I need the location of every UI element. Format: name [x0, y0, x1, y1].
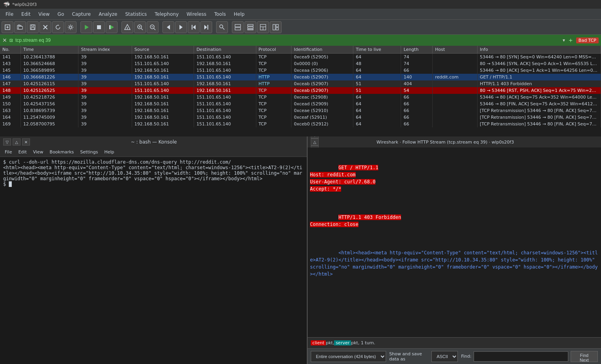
save-button[interactable]	[27, 21, 39, 33]
go-to-first-button[interactable]	[188, 21, 200, 33]
table-row[interactable]: 14310.36652466839151.101.65.140192.168.5…	[0, 60, 601, 67]
reload-button[interactable]	[52, 21, 64, 33]
ascii-select[interactable]: ASCII	[431, 351, 458, 362]
table-cell: 0xceac (52908)	[291, 94, 353, 101]
conversation-select[interactable]: Entire conversation (424 bytes)	[311, 351, 386, 362]
menu-telephony[interactable]: Telephony	[151, 10, 183, 19]
menu-tools[interactable]: Tools	[210, 10, 230, 19]
open-button[interactable]	[14, 21, 26, 33]
col-dst[interactable]: Destination	[194, 46, 256, 54]
table-cell: 151.101.65.140	[194, 101, 256, 107]
menu-analyze[interactable]: Analyze	[95, 10, 121, 19]
go-to-last-button[interactable]	[200, 21, 212, 33]
table-row[interactable]: 16411.25474500939192.168.50.161151.101.6…	[0, 114, 601, 121]
menu-go[interactable]: Go	[54, 10, 68, 19]
col-stream[interactable]: Stream index	[78, 46, 132, 54]
stream-content[interactable]: GET / HTTP/1.1 Host: reddit.com User-Age…	[308, 147, 601, 337]
stop-capture-button[interactable]	[93, 21, 105, 33]
stream-text-block: GET / HTTP/1.1 Host: reddit.com User-Age…	[310, 150, 599, 285]
filter-input[interactable]: tcp.stream eq 39	[15, 37, 560, 43]
zoom-out-button[interactable]	[147, 21, 159, 33]
menu-wireless[interactable]: Wireless	[183, 10, 210, 19]
capture-filters-button[interactable]	[121, 21, 133, 33]
table-row[interactable]: 16310.83869573939192.168.50.161151.101.6…	[0, 107, 601, 114]
table-cell: 11.254745009	[21, 114, 78, 121]
table-cell: 151.101.65.140	[194, 114, 256, 121]
table-row[interactable]: 14910.42521872639192.168.50.161151.101.6…	[0, 94, 601, 101]
capture-options-button[interactable]	[65, 21, 77, 33]
table-cell: 39	[78, 80, 132, 87]
table-row[interactable]: 14810.42512652539151.101.65.140192.168.5…	[0, 87, 601, 94]
table-cell	[433, 67, 477, 74]
table-cell: 64	[353, 121, 401, 127]
term-menu-view[interactable]: View	[30, 149, 47, 155]
svg-rect-28	[192, 25, 192, 30]
menu-help[interactable]: Help	[230, 10, 248, 19]
term-menu-help[interactable]: Help	[101, 149, 117, 155]
filter-add-button[interactable]: ＋	[567, 36, 574, 45]
table-cell: 0xceab (52907)	[291, 80, 353, 87]
table-cell: 192.168.50.161	[132, 101, 194, 107]
table-row[interactable]: 14710.42512611539151.101.65.140192.168.5…	[0, 80, 601, 87]
menu-edit[interactable]: Edit	[17, 10, 34, 19]
term-menu-file[interactable]: File	[2, 149, 15, 155]
col-ttl[interactable]: Time to live	[353, 46, 401, 54]
terminal-close-button[interactable]: ✕	[22, 138, 30, 146]
terminal-minimize-button[interactable]: ▽	[3, 138, 11, 146]
layout1-button[interactable]	[232, 21, 244, 33]
go-forward-button[interactable]	[175, 21, 187, 33]
menu-view[interactable]: View	[34, 10, 53, 19]
table-cell: 10.425218726	[21, 94, 78, 101]
layout2-button[interactable]	[245, 21, 256, 33]
table-cell: 151.101.65.140	[194, 107, 256, 114]
terminal-content[interactable]: $ curl --doh-url https://mozilla.cloudfl…	[0, 157, 307, 364]
table-cell: HTTP	[256, 80, 291, 87]
table-row[interactable]: 14610.36668122639192.168.50.161151.101.6…	[0, 74, 601, 80]
col-src[interactable]: Source	[132, 46, 194, 54]
term-menu-settings[interactable]: Settings	[77, 149, 101, 155]
col-id[interactable]: Identification	[291, 46, 353, 54]
menu-statistics[interactable]: Statistics	[121, 10, 151, 19]
start-capture-button[interactable]	[80, 21, 92, 33]
zoom-in-button[interactable]	[134, 21, 146, 33]
table-cell: 151.101.65.140	[194, 121, 256, 127]
term-menu-edit[interactable]: Edit	[15, 149, 30, 155]
col-no[interactable]: No.	[0, 46, 21, 54]
show-save-label: Show and save data as	[389, 351, 428, 362]
close-capture-button[interactable]	[39, 21, 51, 33]
table-row[interactable]: 14110.23641378839192.168.50.161151.101.6…	[0, 54, 601, 61]
term-menu-bookmarks[interactable]: Bookmarks	[47, 149, 77, 155]
table-row[interactable]: 15010.42543715639192.168.50.161151.101.6…	[0, 101, 601, 107]
layout3-button[interactable]	[257, 21, 269, 33]
svg-line-24	[154, 28, 155, 30]
go-back-button[interactable]	[162, 21, 174, 33]
table-cell: 151.101.65.140	[194, 94, 256, 101]
table-cell: 192.168.50.161	[132, 54, 194, 61]
table-cell: GET / HTTP/1.1	[477, 74, 601, 80]
svg-rect-34	[235, 28, 241, 30]
menu-capture[interactable]: Capture	[68, 10, 95, 19]
col-len[interactable]: Length	[401, 46, 433, 54]
table-cell: [TCP Retransmission] 53446 → 80 [FIN, AC…	[477, 114, 601, 121]
table-row[interactable]: 16912.05870079539192.168.50.161151.101.6…	[0, 121, 601, 127]
col-time[interactable]: Time	[21, 46, 78, 54]
col-host[interactable]: Host	[433, 46, 477, 54]
find-next-button[interactable]: Find Next	[571, 351, 598, 362]
filter-dropdown[interactable]: ▾	[563, 37, 565, 43]
table-row[interactable]: 14510.36658989539192.168.50.161151.101.6…	[0, 67, 601, 74]
menu-file[interactable]: File	[2, 10, 17, 19]
terminal-maximize-button[interactable]: △	[13, 138, 21, 146]
table-cell: reddit.com	[433, 74, 477, 80]
col-proto[interactable]: Protocol	[256, 46, 291, 54]
filter-close-button[interactable]: ✕	[2, 37, 7, 43]
table-cell: 151.101.65.140	[194, 54, 256, 61]
find-input[interactable]	[474, 351, 568, 362]
table-cell: 0xceaa (52906)	[291, 67, 353, 74]
find-packet-button[interactable]	[216, 21, 228, 33]
bad-tcp-badge[interactable]: Bad TCP	[576, 37, 599, 43]
col-info[interactable]: Info	[477, 46, 601, 54]
restart-capture-button[interactable]	[106, 21, 118, 33]
stream-maximize-button[interactable]: △	[311, 138, 319, 146]
new-capture-button[interactable]	[2, 21, 13, 33]
layout4-button[interactable]	[270, 21, 282, 33]
